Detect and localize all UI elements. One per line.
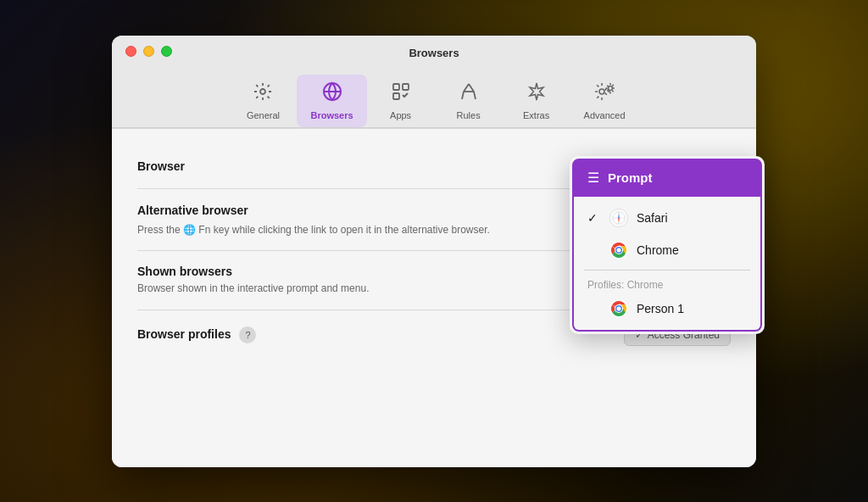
dropdown-person1-item[interactable]: ✓ Perso: [574, 293, 760, 325]
rules-icon: [459, 81, 479, 107]
svg-point-0: [260, 89, 265, 94]
general-icon: [253, 81, 273, 107]
svg-point-23: [617, 248, 621, 252]
tab-browsers[interactable]: Browsers: [297, 75, 366, 127]
svg-point-27: [617, 306, 621, 310]
dropdown-body: ✓: [572, 197, 762, 332]
prompt-label: Prompt: [608, 170, 653, 185]
titlebar: Browsers General: [112, 36, 756, 128]
maximize-button[interactable]: [161, 46, 172, 57]
browser-profiles-title: Browser profiles: [137, 327, 231, 341]
dropdown-prompt-option[interactable]: ☰ Prompt: [572, 159, 762, 197]
tab-browsers-label: Browsers: [310, 110, 353, 120]
browsers-icon: [322, 81, 342, 107]
profiles-section-label: Profiles: Chrome: [574, 274, 760, 293]
svg-rect-3: [393, 84, 399, 90]
dropdown-menu: ☰ Prompt ✓: [570, 156, 765, 334]
dropdown-container: ☰ Prompt ✓: [570, 156, 765, 334]
minimize-button[interactable]: [143, 46, 154, 57]
browser-profiles-help[interactable]: ?: [239, 326, 256, 343]
tab-advanced[interactable]: Advanced: [570, 75, 639, 127]
safari-browser-icon: [609, 209, 628, 227]
close-button[interactable]: [125, 46, 136, 57]
chrome-browser-icon: [609, 241, 628, 259]
svg-line-6: [464, 84, 469, 92]
svg-line-7: [469, 84, 474, 92]
svg-line-8: [462, 92, 464, 99]
tab-rules[interactable]: Rules: [435, 75, 503, 127]
tab-apps[interactable]: Apps: [367, 75, 435, 127]
apps-icon: [391, 81, 411, 107]
globe-inline-icon: 🌐: [183, 224, 196, 236]
tab-rules-label: Rules: [457, 110, 481, 120]
toolbar: General Browsers: [125, 68, 743, 127]
advanced-icon: [593, 81, 615, 107]
person1-chrome-icon: [609, 299, 628, 318]
svg-rect-5: [393, 93, 399, 99]
window-title: Browsers: [125, 47, 743, 59]
tab-apps-label: Apps: [390, 110, 411, 120]
tab-general-label: General: [247, 110, 280, 120]
tab-advanced-label: Advanced: [584, 110, 626, 120]
safari-check-icon: ✓: [587, 211, 601, 225]
svg-rect-4: [403, 84, 409, 90]
svg-line-9: [474, 92, 476, 99]
dropdown-safari-item[interactable]: ✓: [574, 202, 760, 234]
alternative-browser-title: Alternative browser: [137, 204, 248, 217]
svg-point-11: [599, 89, 604, 94]
person1-label: Person 1: [637, 302, 684, 315]
chrome-label: Chrome: [637, 243, 679, 257]
tab-extras-label: Extras: [523, 110, 549, 120]
extras-icon: [526, 81, 547, 107]
tab-general[interactable]: General: [229, 75, 297, 127]
prompt-icon: ☰: [587, 170, 599, 186]
svg-point-12: [609, 86, 613, 90]
dropdown-chrome-item[interactable]: ✓: [574, 234, 760, 266]
safari-label: Safari: [637, 211, 668, 225]
app-window: Browsers General: [112, 36, 756, 467]
dropdown-separator-1: [584, 270, 750, 271]
tab-extras[interactable]: Extras: [503, 75, 570, 127]
